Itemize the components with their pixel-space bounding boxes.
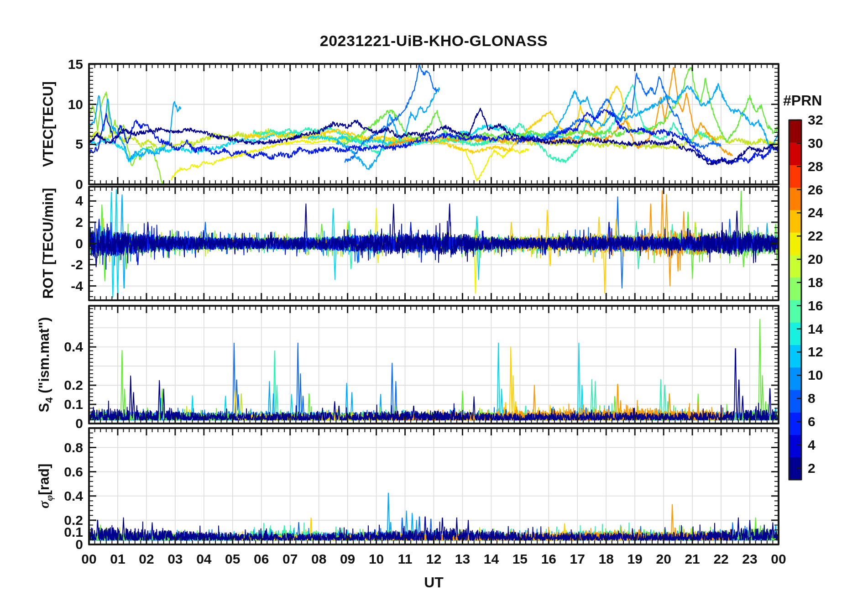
y-tick-label-rot: -2	[42, 257, 83, 272]
x-tick-label: 23	[742, 551, 757, 567]
x-axis-label: UT	[89, 574, 779, 591]
colorbar-tick-label: 32	[808, 112, 823, 128]
x-tick-label: 12	[426, 551, 441, 567]
x-tick-label: 14	[484, 551, 499, 567]
y-axis-label-vtec: VTEC[TECU]	[40, 81, 57, 167]
x-tick-label: 22	[713, 551, 728, 567]
y-tick-label-s4: 0	[42, 416, 83, 431]
x-tick-label: 10	[369, 551, 384, 567]
y-tick-label-rot: 4	[42, 193, 83, 209]
colorbar-tick-label: 8	[808, 391, 816, 406]
x-tick-label: 16	[541, 551, 556, 567]
colorbar-tick-label: 16	[808, 298, 823, 314]
y-tick-label-rot: 0	[42, 236, 83, 251]
y-tick-label-s4: 0.4	[42, 339, 83, 355]
x-tick-label: 21	[685, 551, 700, 567]
y-axis-label-vtec-text: VTEC[TECU]	[40, 81, 56, 167]
x-tick-label: 08	[311, 551, 326, 567]
chart-canvas	[0, 0, 868, 607]
x-tick-label: 11	[398, 551, 413, 567]
x-tick-label: 02	[139, 551, 154, 567]
y-tick-label-rot: 2	[42, 215, 83, 230]
x-tick-label: 05	[225, 551, 240, 567]
colorbar-tick-label: 18	[808, 275, 823, 290]
colorbar-tick-label: 12	[808, 344, 823, 360]
x-tick-label: 20	[656, 551, 671, 567]
x-tick-label: 13	[455, 551, 470, 567]
x-tick-label: 15	[512, 551, 528, 567]
colorbar-tick-label: 4	[808, 437, 816, 453]
x-tick-label: 17	[570, 551, 585, 567]
x-tick-label: 04	[196, 551, 211, 567]
colorbar-tick-label: 28	[808, 159, 823, 174]
colorbar-title: #PRN	[783, 92, 822, 109]
y-tick-label-vtec: 15	[42, 57, 83, 72]
y-tick-label-vtec: 5	[42, 136, 83, 152]
y-tick-label-s4: 0.1	[42, 397, 83, 412]
x-tick-label: 06	[254, 551, 269, 567]
colorbar-tick-label: 14	[808, 321, 823, 337]
figure: 20231221-UiB-KHO-GLONASS VTEC[TECU] ROT …	[0, 0, 868, 607]
colorbar-tick-label: 30	[808, 136, 823, 151]
y-tick-label-sigma: 0.4	[42, 488, 83, 504]
x-tick-label: 00	[771, 551, 786, 567]
y-tick-label-vtec: 10	[42, 97, 83, 112]
x-tick-label: 19	[627, 551, 643, 567]
x-tick-label: 03	[167, 551, 183, 567]
x-tick-label: 00	[81, 551, 96, 567]
chart-title: 20231221-UiB-KHO-GLONASS	[89, 32, 779, 50]
y-tick-label-sigma: 0.8	[42, 440, 83, 455]
y-tick-label-sigma: 0.6	[42, 464, 83, 480]
colorbar-tick-label: 6	[808, 414, 816, 429]
x-tick-label: 01	[110, 551, 125, 567]
colorbar-tick-label: 22	[808, 228, 823, 244]
y-tick-label-vtec: 0	[42, 177, 83, 192]
colorbar-tick-label: 2	[808, 460, 816, 476]
x-tick-label: 07	[282, 551, 298, 567]
colorbar-tick-label: 10	[808, 367, 823, 383]
y-tick-label-s4: 0.2	[42, 377, 83, 393]
x-tick-label: 18	[599, 551, 614, 567]
colorbar-tick-label: 24	[808, 205, 823, 220]
colorbar-tick-label: 26	[808, 182, 823, 198]
x-tick-label: 09	[340, 551, 355, 567]
y-tick-label-sigma: 0.2	[42, 513, 83, 528]
colorbar-tick-label: 20	[808, 251, 823, 267]
y-tick-label-rot: -4	[42, 278, 83, 294]
